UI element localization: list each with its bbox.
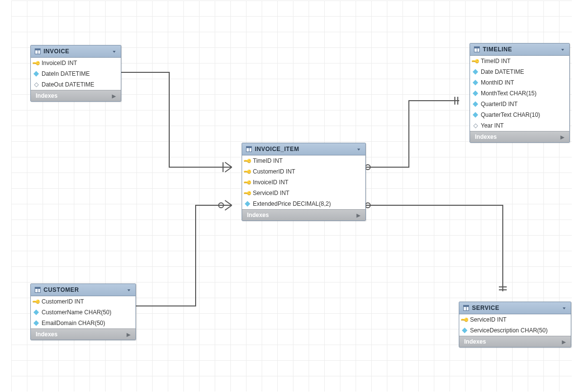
expand-right-icon: ▶ [561,134,564,140]
key-icon: 🔑 [34,60,39,66]
key-icon: 🔑 [473,58,478,65]
diamond-icon [473,91,478,95]
indexes-section[interactable]: Indexes ▶ [31,90,121,101]
field-row[interactable]: ServiceDescription CHAR(50) [459,325,571,336]
field-row[interactable]: Year INT [470,120,569,131]
diamond-open-icon [473,124,478,128]
field-row[interactable]: 🔑CustomerID INT [31,296,135,307]
indexes-label: Indexes [36,92,58,99]
field-row[interactable]: 🔑CustomerID INT [242,166,365,177]
collapse-icon[interactable]: ▼ [127,288,132,292]
indexes-label: Indexes [247,212,269,218]
field-row[interactable]: MonthText CHAR(15) [470,88,569,99]
entity-invoice[interactable]: INVOICE ▼ 🔑InvoiceID INT DateIn DATETIME… [30,45,121,102]
indexes-section[interactable]: Indexes ▶ [459,336,571,347]
field-label: DateIn DATETIME [42,70,90,77]
field-label: MonthText CHAR(15) [481,90,537,97]
field-row[interactable]: ExtendedPrice DECIMAL(8,2) [242,198,365,209]
field-row[interactable]: QuarterText CHAR(10) [470,109,569,120]
er-diagram: INVOICE ▼ 🔑InvoiceID INT DateIn DATETIME… [11,11,572,381]
field-row[interactable]: EmailDomain CHAR(50) [31,318,135,328]
table-icon [35,48,41,54]
entity-fields: 🔑ServiceID INT ServiceDescription CHAR(5… [459,314,571,336]
field-row[interactable]: QuarterID INT [470,99,569,109]
entity-fields: 🔑InvoiceID INT DateIn DATETIME DateOut D… [31,58,121,90]
table-icon [463,305,469,311]
field-label: InvoiceID INT [42,60,77,66]
diamond-open-icon [34,83,39,87]
field-row[interactable]: 🔑ServiceID INT [459,314,571,325]
expand-right-icon: ▶ [562,339,566,345]
field-row[interactable]: 🔑InvoiceID INT [242,177,365,188]
entity-header-invoice-item[interactable]: INVOICE_ITEM ▼ [242,143,365,155]
field-label: CustomerID INT [253,168,295,175]
diamond-icon [245,202,250,206]
entity-header-invoice[interactable]: INVOICE ▼ [31,45,121,58]
field-row[interactable]: 🔑TimeID INT [470,56,569,66]
collapse-icon[interactable]: ▼ [562,306,567,310]
table-icon [474,46,480,52]
key-icon: 🔑 [34,299,39,305]
entity-fields: 🔑TimeID INT Date DATETIME MonthID INT Mo… [470,56,569,131]
field-row[interactable]: 🔑TimeID INT [242,155,365,166]
entity-header-timeline[interactable]: TIMELINE ▼ [470,44,569,56]
entity-header-customer[interactable]: CUSTOMER ▼ [31,284,135,296]
field-row[interactable]: DateOut DATETIME [31,79,121,90]
expand-right-icon: ▶ [127,332,131,337]
indexes-label: Indexes [36,331,58,338]
field-label: InvoiceID INT [253,179,289,186]
field-row[interactable]: 🔑ServiceID INT [242,188,365,198]
diamond-icon [34,321,39,325]
indexes-label: Indexes [475,133,497,140]
collapse-icon[interactable]: ▼ [357,147,361,151]
field-row[interactable]: CustomerName CHAR(50) [31,307,135,318]
entity-fields: 🔑TimeID INT 🔑CustomerID INT 🔑InvoiceID I… [242,155,365,209]
table-icon [35,287,41,293]
entity-service[interactable]: SERVICE ▼ 🔑ServiceID INT ServiceDescript… [459,302,571,348]
entity-timeline[interactable]: TIMELINE ▼ 🔑TimeID INT Date DATETIME Mon… [470,43,570,143]
field-label: QuarterText CHAR(10) [481,111,540,118]
collapse-icon[interactable]: ▼ [112,49,117,53]
diamond-icon [34,310,39,314]
indexes-section[interactable]: Indexes ▶ [470,131,569,142]
entity-title: CUSTOMER [44,286,124,293]
key-icon: 🔑 [245,169,250,175]
indexes-section[interactable]: Indexes ▶ [31,328,135,340]
field-label: CustomerID INT [42,298,84,305]
expand-right-icon: ▶ [357,213,360,218]
field-label: ServiceID INT [470,316,507,323]
entity-title: INVOICE [44,48,109,55]
key-icon: 🔑 [462,317,467,323]
indexes-section[interactable]: Indexes ▶ [242,209,365,220]
entity-invoice-item[interactable]: INVOICE_ITEM ▼ 🔑TimeID INT 🔑CustomerID I… [242,143,366,221]
field-row[interactable]: Date DATETIME [470,66,569,77]
field-label: ServiceID INT [253,190,290,196]
field-row[interactable]: MonthID INT [470,77,569,88]
collapse-icon[interactable]: ▼ [561,47,565,51]
entity-title: SERVICE [472,305,559,311]
key-icon: 🔑 [245,158,250,164]
diamond-icon [473,102,478,106]
diamond-icon [473,81,478,85]
field-label: ExtendedPrice DECIMAL(8,2) [253,200,331,207]
field-label: ServiceDescription CHAR(50) [470,327,548,334]
field-label: QuarterID INT [481,101,517,108]
field-label: Year INT [481,122,504,129]
key-icon: 🔑 [245,179,250,186]
field-label: CustomerName CHAR(50) [42,309,112,316]
entity-customer[interactable]: CUSTOMER ▼ 🔑CustomerID INT CustomerName … [30,283,136,340]
table-icon [246,146,252,152]
field-row[interactable]: DateIn DATETIME [31,68,121,79]
key-icon: 🔑 [245,190,250,196]
entity-fields: 🔑CustomerID INT CustomerName CHAR(50) Em… [31,296,135,328]
field-label: Date DATETIME [481,68,524,75]
entity-header-service[interactable]: SERVICE ▼ [459,302,571,314]
field-label: MonthID INT [481,79,514,86]
field-label: TimeID INT [481,58,511,65]
diamond-icon [462,328,467,332]
field-row[interactable]: 🔑InvoiceID INT [31,58,121,68]
entity-title: INVOICE_ITEM [255,146,354,152]
field-label: EmailDomain CHAR(50) [42,320,105,327]
diamond-icon [473,70,478,74]
entity-title: TIMELINE [483,46,558,53]
